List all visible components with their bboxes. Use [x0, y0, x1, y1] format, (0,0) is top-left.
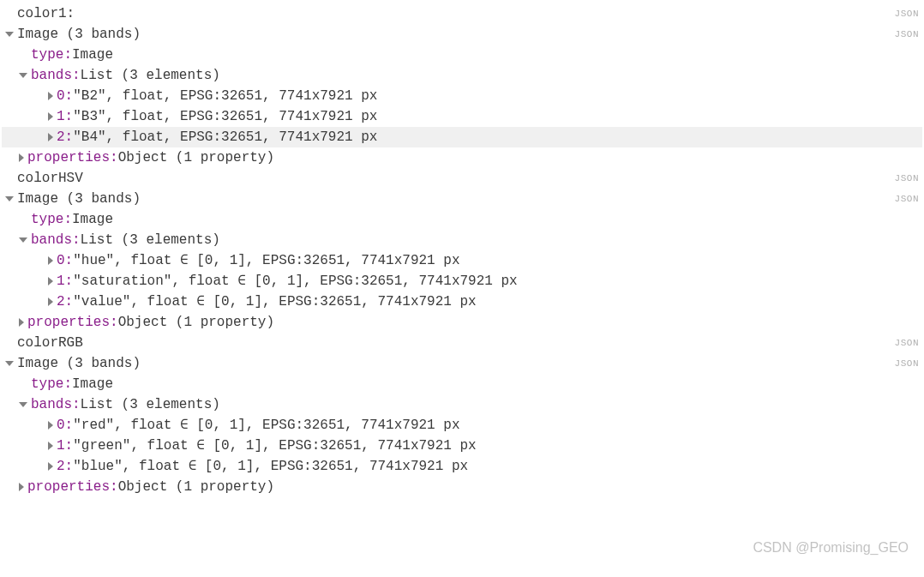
band-key: 2: — [57, 292, 73, 312]
type-value: Image — [72, 45, 113, 65]
image-header[interactable]: Image (3 bands)JSON — [2, 189, 922, 209]
chevron-right-icon[interactable] — [19, 318, 24, 327]
properties-value: Object (1 property) — [118, 477, 274, 497]
image-header[interactable]: Image (3 bands)JSON — [2, 24, 922, 45]
chevron-right-icon[interactable] — [19, 153, 24, 162]
chevron-right-icon[interactable] — [48, 92, 53, 100]
band-key: 1: — [57, 436, 73, 456]
type-value: Image — [72, 209, 113, 230]
band-item[interactable]: 2: "value", float ∈ [0, 1], EPSG:32651, … — [2, 292, 922, 312]
properties-key: properties: — [27, 147, 118, 168]
band-value: "value", float ∈ [0, 1], EPSG:32651, 774… — [73, 292, 477, 312]
band-value: "B2", float, EPSG:32651, 7741x7921 px — [73, 86, 377, 106]
band-key: 1: — [57, 271, 73, 292]
image-header-text: Image (3 bands) — [17, 353, 141, 374]
band-item[interactable]: 0: "B2", float, EPSG:32651, 7741x7921 px — [2, 86, 922, 106]
section-title: colorRGBJSON — [2, 333, 922, 353]
chevron-down-icon[interactable] — [19, 237, 27, 243]
properties-value: Object (1 property) — [118, 312, 274, 333]
chevron-right-icon[interactable] — [48, 112, 53, 121]
band-item[interactable]: 2: "blue", float ∈ [0, 1], EPSG:32651, 7… — [2, 456, 922, 477]
band-item[interactable]: 0: "red", float ∈ [0, 1], EPSG:32651, 77… — [2, 415, 922, 436]
json-tag[interactable]: JSON — [895, 192, 919, 207]
chevron-right-icon[interactable] — [48, 421, 53, 430]
title-text: colorRGB — [17, 333, 83, 353]
band-item[interactable]: 1: "green", float ∈ [0, 1], EPSG:32651, … — [2, 436, 922, 456]
json-tag[interactable]: JSON — [895, 7, 919, 21]
type-key: type: — [31, 374, 72, 394]
band-value: "B4", float, EPSG:32651, 7741x7921 px — [73, 127, 377, 147]
json-tag[interactable]: JSON — [895, 336, 919, 351]
image-header-text: Image (3 bands) — [17, 24, 141, 45]
band-key: 0: — [57, 415, 73, 436]
chevron-right-icon[interactable] — [48, 442, 53, 450]
band-key: 2: — [57, 456, 73, 477]
band-key: 0: — [57, 250, 73, 271]
band-item[interactable]: 1: "saturation", float ∈ [0, 1], EPSG:32… — [2, 271, 922, 292]
json-tag[interactable]: JSON — [895, 171, 919, 186]
type-key: type: — [31, 209, 72, 230]
bands-value: List (3 elements) — [81, 65, 220, 86]
properties-row[interactable]: properties: Object (1 property) — [2, 147, 922, 168]
band-item[interactable]: 0: "hue", float ∈ [0, 1], EPSG:32651, 77… — [2, 250, 922, 271]
band-value: "hue", float ∈ [0, 1], EPSG:32651, 7741x… — [73, 250, 459, 271]
section-title: colorHSVJSON — [2, 168, 922, 189]
bands-row[interactable]: bands: List (3 elements) — [2, 65, 922, 86]
chevron-right-icon[interactable] — [48, 298, 53, 306]
chevron-right-icon[interactable] — [48, 462, 53, 471]
properties-key: properties: — [27, 312, 118, 333]
chevron-right-icon[interactable] — [48, 256, 53, 265]
json-tag[interactable]: JSON — [895, 357, 919, 371]
bands-row[interactable]: bands: List (3 elements) — [2, 394, 922, 415]
type-row: type: Image — [2, 374, 922, 394]
band-value: "saturation", float ∈ [0, 1], EPSG:32651… — [73, 271, 518, 292]
chevron-down-icon[interactable] — [19, 73, 27, 78]
properties-row[interactable]: properties: Object (1 property) — [2, 477, 922, 497]
properties-row[interactable]: properties: Object (1 property) — [2, 312, 922, 333]
chevron-down-icon[interactable] — [5, 196, 14, 201]
bands-value: List (3 elements) — [81, 394, 220, 415]
chevron-right-icon[interactable] — [48, 277, 53, 285]
band-item[interactable]: 2: "B4", float, EPSG:32651, 7741x7921 px — [2, 127, 922, 147]
chevron-down-icon[interactable] — [19, 402, 27, 407]
chevron-right-icon[interactable] — [48, 133, 53, 141]
bands-value: List (3 elements) — [81, 230, 220, 250]
chevron-down-icon[interactable] — [5, 361, 14, 366]
band-item[interactable]: 1: "B3", float, EPSG:32651, 7741x7921 px — [2, 106, 922, 127]
bands-key: bands: — [31, 394, 81, 415]
properties-value: Object (1 property) — [118, 147, 274, 168]
band-value: "B3", float, EPSG:32651, 7741x7921 px — [73, 106, 377, 127]
properties-key: properties: — [27, 477, 118, 497]
type-value: Image — [72, 374, 113, 394]
title-text: colorHSV — [17, 168, 83, 189]
type-row: type: Image — [2, 45, 922, 65]
image-header-text: Image (3 bands) — [17, 189, 141, 209]
band-value: "red", float ∈ [0, 1], EPSG:32651, 7741x… — [73, 415, 459, 436]
bands-key: bands: — [31, 230, 81, 250]
chevron-down-icon[interactable] — [5, 32, 14, 37]
band-key: 2: — [57, 127, 73, 147]
bands-key: bands: — [31, 65, 81, 86]
band-value: "green", float ∈ [0, 1], EPSG:32651, 774… — [73, 436, 477, 456]
type-key: type: — [31, 45, 72, 65]
title-text: color1: — [17, 3, 75, 24]
band-key: 1: — [57, 106, 73, 127]
band-key: 0: — [57, 86, 73, 106]
section-title: color1:JSON — [2, 3, 922, 24]
bands-row[interactable]: bands: List (3 elements) — [2, 230, 922, 250]
type-row: type: Image — [2, 209, 922, 230]
json-tag[interactable]: JSON — [895, 27, 919, 42]
chevron-right-icon[interactable] — [19, 483, 24, 491]
image-header[interactable]: Image (3 bands)JSON — [2, 353, 922, 374]
band-value: "blue", float ∈ [0, 1], EPSG:32651, 7741… — [73, 456, 468, 477]
